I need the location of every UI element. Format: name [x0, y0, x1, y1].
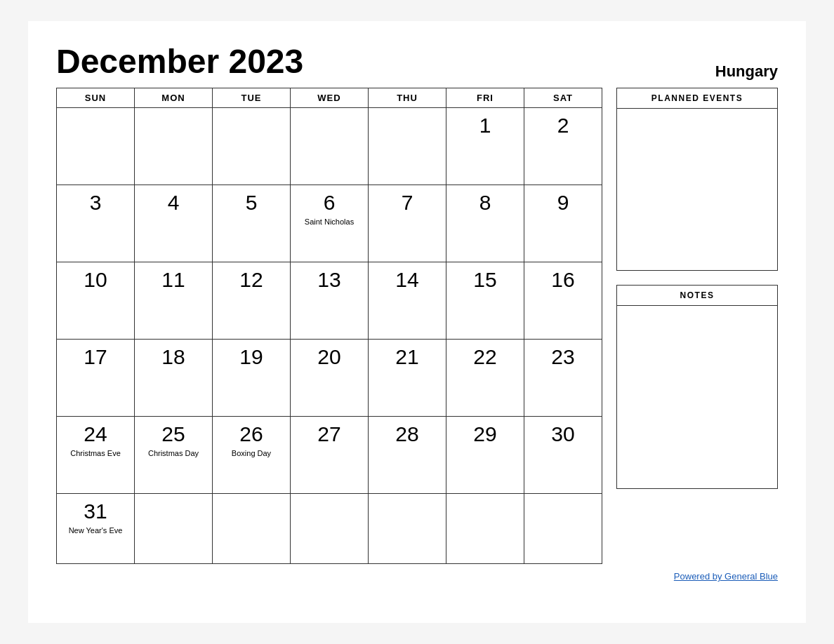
cell-inner: 18 — [142, 345, 205, 368]
weekday-header: TUE — [213, 88, 291, 108]
calendar-cell: 11 — [135, 262, 213, 340]
cell-inner: 2 — [531, 114, 595, 137]
day-number: 8 — [479, 191, 491, 214]
calendar-cell: 30 — [524, 417, 602, 494]
cell-inner: 20 — [298, 345, 361, 368]
day-event: New Year's Eve — [69, 525, 123, 535]
country-label: Hungary — [715, 62, 778, 81]
calendar-cell: 15 — [446, 262, 524, 340]
cell-inner: 12 — [220, 268, 283, 291]
cell-inner: 9 — [531, 191, 595, 214]
calendar-cell: 29 — [446, 417, 524, 494]
calendar-section: SUNMONTUEWEDTHUFRISAT 123456Saint Nichol… — [56, 88, 602, 564]
calendar-cell — [213, 108, 291, 185]
calendar-cell: 10 — [57, 262, 135, 340]
cell-inner: 4 — [142, 191, 205, 214]
calendar-cell: 26Boxing Day — [213, 417, 291, 494]
side-section: PLANNED EVENTS NOTES — [616, 88, 778, 564]
powered-by-link[interactable]: Powered by General Blue — [674, 571, 778, 582]
day-number: 18 — [161, 345, 185, 368]
cell-inner: 25Christmas Day — [142, 422, 205, 458]
calendar-cell — [57, 108, 135, 185]
day-event: Christmas Day — [148, 448, 199, 458]
calendar-cell — [369, 494, 446, 564]
calendar-table: SUNMONTUEWEDTHUFRISAT 123456Saint Nichol… — [56, 88, 602, 564]
cell-inner: 22 — [454, 345, 517, 368]
calendar-cell: 22 — [446, 340, 524, 417]
day-event: Boxing Day — [232, 448, 271, 458]
cell-inner: 5 — [220, 191, 283, 214]
weekday-header: FRI — [446, 88, 524, 108]
calendar-week-row: 3456Saint Nicholas789 — [57, 185, 602, 262]
calendar-week-row: 12 — [57, 108, 602, 185]
calendar-page: December 2023 Hungary SUNMONTUEWEDTHUFRI… — [28, 21, 806, 623]
cell-inner: 19 — [220, 345, 283, 368]
calendar-cell — [135, 494, 213, 564]
day-number: 3 — [90, 191, 102, 214]
day-number: 5 — [246, 191, 258, 214]
calendar-cell: 1 — [446, 108, 524, 185]
cell-inner: 6Saint Nicholas — [298, 191, 361, 227]
calendar-cell: 21 — [369, 340, 446, 417]
day-number: 13 — [317, 268, 340, 291]
notes-content — [617, 306, 777, 488]
day-number: 29 — [473, 422, 496, 445]
cell-inner: 11 — [142, 268, 205, 291]
calendar-cell: 17 — [57, 340, 135, 417]
cell-inner: 3 — [64, 191, 127, 214]
notes-box: NOTES — [616, 285, 778, 489]
weekday-header-row: SUNMONTUEWEDTHUFRISAT — [57, 88, 602, 108]
cell-inner: 15 — [454, 268, 517, 291]
weekday-header: MON — [135, 88, 213, 108]
calendar-cell: 25Christmas Day — [135, 417, 213, 494]
planned-events-box: PLANNED EVENTS — [616, 88, 778, 271]
cell-inner: 1 — [454, 114, 517, 137]
calendar-cell: 12 — [213, 262, 291, 340]
day-number: 6 — [324, 191, 336, 214]
day-number: 10 — [84, 268, 107, 291]
calendar-cell: 13 — [291, 262, 369, 340]
calendar-cell — [291, 494, 369, 564]
cell-inner: 24Christmas Eve — [64, 422, 127, 458]
cell-inner: 27 — [298, 422, 361, 445]
cell-inner: 7 — [376, 191, 439, 214]
day-number: 25 — [161, 422, 185, 445]
day-number: 11 — [161, 268, 185, 291]
calendar-cell: 28 — [369, 417, 446, 494]
calendar-cell: 23 — [524, 340, 602, 417]
cell-inner: 23 — [531, 345, 595, 368]
calendar-cell: 2 — [524, 108, 602, 185]
calendar-cell — [213, 494, 291, 564]
cell-inner: 8 — [454, 191, 517, 214]
page-title: December 2023 — [56, 42, 303, 81]
calendar-cell: 18 — [135, 340, 213, 417]
day-number: 14 — [395, 268, 418, 291]
calendar-cell — [369, 108, 446, 185]
calendar-cell: 9 — [524, 185, 602, 262]
day-number: 2 — [557, 114, 569, 137]
cell-inner: 16 — [531, 268, 595, 291]
calendar-week-row: 31New Year's Eve — [57, 494, 602, 564]
calendar-cell: 4 — [135, 185, 213, 262]
day-number: 21 — [395, 345, 418, 368]
calendar-cell — [446, 494, 524, 564]
day-event: Christmas Eve — [70, 448, 121, 458]
day-number: 19 — [239, 345, 263, 368]
cell-inner: 26Boxing Day — [220, 422, 283, 458]
cell-inner: 21 — [376, 345, 439, 368]
calendar-cell: 27 — [291, 417, 369, 494]
day-number: 15 — [473, 268, 496, 291]
calendar-week-row: 10111213141516 — [57, 262, 602, 340]
calendar-cell — [291, 108, 369, 185]
calendar-week-row: 24Christmas Eve25Christmas Day26Boxing D… — [57, 417, 602, 494]
weekday-header: WED — [291, 88, 369, 108]
day-number: 9 — [557, 191, 569, 214]
calendar-cell: 6Saint Nicholas — [291, 185, 369, 262]
weekday-header: SUN — [57, 88, 135, 108]
weekday-header: SAT — [524, 88, 602, 108]
calendar-cell: 16 — [524, 262, 602, 340]
day-number: 23 — [551, 345, 574, 368]
calendar-cell — [135, 108, 213, 185]
day-number: 26 — [239, 422, 263, 445]
calendar-cell: 20 — [291, 340, 369, 417]
